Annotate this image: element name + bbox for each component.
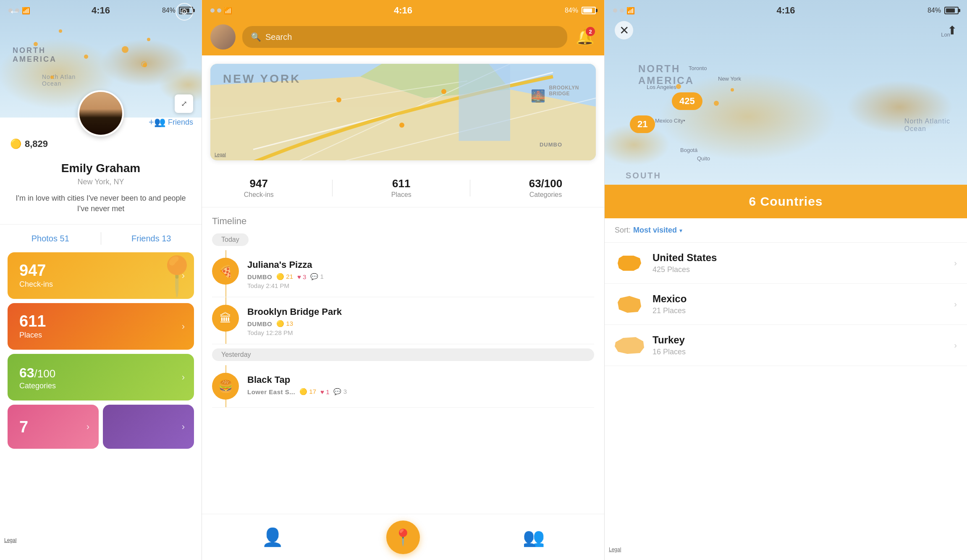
map-label-north-america: NORTHAMERICA [13,46,57,64]
blacktap-icon-wrap: 🍔 [212,373,239,400]
signal-dot-5 [613,8,617,13]
share-button[interactable]: ⬆ [947,24,957,37]
close-button[interactable]: ✕ [615,21,633,39]
map-dot [122,46,128,53]
avatar-image [78,90,124,136]
burger-icon: 🍔 [218,379,233,393]
turkey-name: Turkey [653,334,946,346]
mexico-places: 21 Places [653,306,946,315]
sort-value[interactable]: Most visited [633,226,677,235]
coin-icon: 🟡 [10,139,21,149]
stats-row: 947 Check-ins 611 Places 63/100 Categori… [202,169,604,207]
mexico-flag [615,293,644,315]
header-avatar[interactable] [210,24,236,50]
profile-nav-button[interactable]: 👤 [262,527,283,547]
battery-icon-2 [582,7,596,14]
map-dot [147,38,150,41]
purple-card[interactable]: › [103,405,194,449]
countries-count-bar: 6 Countries [605,185,967,218]
timeline-item-pizza[interactable]: 🍕 Juliana's Pizza DUMBO 🟡 21 ♥ 3 💬 1 Tod… [212,250,594,297]
time-display-2: 4:16 [394,5,412,16]
legal-link-3[interactable]: Legal [609,547,621,552]
notifications-button[interactable]: 🔔 2 [574,26,596,48]
park-meta: DUMBO 🟡 13 [247,320,594,327]
pink-card[interactable]: 7 › [8,405,99,449]
map-dot [59,29,62,33]
pizza-meta: DUMBO 🟡 21 ♥ 3 💬 1 [247,273,594,280]
pizza-comments: 💬 1 [310,273,324,280]
blacktap-place: Black Tap [247,374,594,385]
signal-dot-4 [217,8,221,13]
checkins-card[interactable]: 947 Check-ins 📍 › [8,252,194,299]
new-york-map-card[interactable]: NEW YORK 🌉 DUMBO BROOKLYNBRIDGE Legal [210,64,596,160]
add-friends-button[interactable]: +👥 Friends [149,117,193,128]
places-stat: 611 Places [391,177,411,199]
countries-bar-text: 6 Countries [749,194,823,209]
expand-map-button[interactable]: ⤢ [175,94,193,113]
park-icon-wrap: 🏛 [212,305,239,332]
mexico-shape [617,296,642,313]
country-item-turkey[interactable]: Turkey 16 Places › [605,325,967,366]
screen-timeline: 📶 4:16 84% 🔍 Search 🔔 2 [202,0,605,560]
screen-profile: 📶 4:16 84% NORTHAMERICA North AtlanOcean… [0,0,202,560]
friends-stat[interactable]: Friends 13 [101,234,202,243]
country-item-usa[interactable]: United States 425 Places › [605,243,967,284]
map-na-label-3: NORTHAMERICA [638,63,694,86]
categories-stat-num: 63/100 [529,177,563,190]
map-pin-usa2 [714,101,719,106]
brooklyn-bridge-label: BROOKLYNBRIDGE [549,85,579,97]
back-button[interactable]: ← [8,5,20,18]
sort-chevron-icon[interactable]: ▾ [679,227,682,234]
checkin-nav-button[interactable]: 📍 [386,521,420,554]
battery-area-3: 84% [928,7,959,14]
legal-link-2[interactable]: Legal [215,152,226,157]
timeline-section: Timeline Today 🍕 Juliana's Pizza DUMBO 🟡… [202,207,604,408]
usa-shape [617,255,642,272]
friends-icon: +👥 [149,117,165,128]
search-bar[interactable]: 🔍 Search [242,26,567,48]
country-item-mexico[interactable]: Mexico 21 Places › [605,284,967,325]
map-pin [441,89,446,94]
usa-count-bubble: 425 [672,92,702,110]
photos-link[interactable]: Photos 51 [31,234,69,243]
profile-header: ← ⚙ [0,0,202,24]
checkins-stat-lbl: Check-ins [244,191,274,199]
pizza-place: Juliana's Pizza [247,259,594,270]
timeline-item-wrap-3: 🍔 Black Tap Lower East S... 🟡 17 ♥ 1 💬 3 [212,365,594,408]
bottom-navigation: 👤 📍 👥 [202,514,604,560]
wifi-icon-3: 📶 [626,7,635,15]
signal-dots-2: 📶 [210,7,232,15]
settings-button[interactable]: ⚙ [176,3,193,21]
checkin-bg-icon: 📍 [153,254,194,298]
friends-nav-button[interactable]: 👥 [523,527,545,547]
sort-row: Sort: Most visited ▾ [605,218,967,243]
places-number: 611 [19,313,46,329]
timeline-items: 🍕 Juliana's Pizza DUMBO 🟡 21 ♥ 3 💬 1 Tod… [212,250,594,408]
park-icon: 🏛 [220,311,231,325]
park-place: Brooklyn Bridge Park [247,306,594,317]
places-stat-num: 611 [391,177,411,190]
timeline-header: 🔍 Search 🔔 2 [202,21,604,55]
la-label: Los Angeles [647,84,676,90]
timeline-item-park[interactable]: 🏛 Brooklyn Bridge Park DUMBO 🟡 13 Today … [212,297,594,344]
pink-chevron: › [86,421,89,432]
pizza-hearts: ♥ 3 [297,273,306,280]
map-ocean-label-3: North AtlanticOcean [904,118,950,133]
mexico-name: Mexico [653,293,946,305]
categories-stat: 63/100 Categories [529,177,563,199]
park-time: Today 12:28 PM [247,329,594,336]
timeline-item-blacktap[interactable]: 🍔 Black Tap Lower East S... 🟡 17 ♥ 1 💬 3 [212,365,594,408]
photos-stat[interactable]: Photos 51 [0,234,101,243]
map-dot [50,76,54,79]
turkey-places: 16 Places [653,348,946,356]
blacktap-meta: Lower East S... 🟡 17 ♥ 1 💬 3 [247,388,594,395]
legal-link-1[interactable]: Legal [4,537,16,543]
blacktap-coins: 🟡 17 [299,388,316,395]
countries-header: ✕ ⬆ [605,21,967,39]
friends-link[interactable]: Friends 13 [131,234,171,243]
coin-count: 8,829 [25,139,48,149]
categories-card[interactable]: 63/100 Categories › [8,354,194,400]
map-label-ocean: North AtlanOcean [42,73,76,87]
places-card[interactable]: 611 Places › [8,303,194,350]
profile-section: Emily Graham New York, NY I'm in love wi… [0,162,202,214]
